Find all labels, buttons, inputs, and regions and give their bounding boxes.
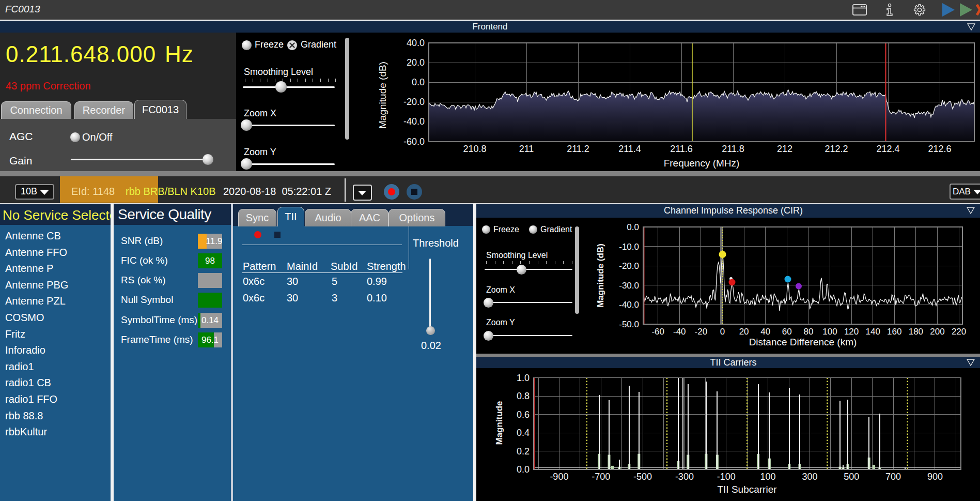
svg-text:500: 500 <box>844 472 859 482</box>
svg-text:212: 212 <box>777 144 792 154</box>
svg-text:180: 180 <box>909 327 923 337</box>
svg-text:-40: -40 <box>673 327 686 337</box>
svg-text:211.4: 211.4 <box>618 144 641 154</box>
svg-text:220: 220 <box>952 327 966 337</box>
svg-text:0.0: 0.0 <box>412 77 425 87</box>
svg-text:-50.0: -50.0 <box>619 320 639 329</box>
svg-text:0.2: 0.2 <box>517 446 530 457</box>
svg-text:-40.0: -40.0 <box>403 116 425 127</box>
svg-text:-60: -60 <box>651 327 664 337</box>
svg-text:120: 120 <box>844 327 859 337</box>
svg-text:0.0: 0.0 <box>627 222 639 232</box>
svg-text:0.8: 0.8 <box>517 391 530 401</box>
svg-text:80: 80 <box>803 327 813 337</box>
svg-text:211: 211 <box>519 144 534 154</box>
svg-text:-700: -700 <box>592 472 610 482</box>
svg-text:100: 100 <box>822 327 837 337</box>
svg-text:160: 160 <box>887 327 901 337</box>
svg-text:-10.0: -10.0 <box>619 242 639 252</box>
svg-text:-40.0: -40.0 <box>619 300 639 310</box>
svg-text:-500: -500 <box>633 472 652 482</box>
svg-text:20: 20 <box>739 327 749 337</box>
svg-text:40: 40 <box>760 327 770 337</box>
svg-text:Frequency (MHz): Frequency (MHz) <box>664 158 740 169</box>
svg-text:140: 140 <box>866 327 880 337</box>
svg-text:TII Subcarrier: TII Subcarrier <box>717 484 777 495</box>
svg-text:211.8: 211.8 <box>722 144 744 154</box>
svg-text:-20: -20 <box>695 327 708 337</box>
svg-text:-60.0: -60.0 <box>403 136 425 147</box>
svg-text:0.4: 0.4 <box>517 428 530 438</box>
svg-text:Magnitude (dB): Magnitude (dB) <box>377 62 388 129</box>
svg-text:0: 0 <box>720 327 725 337</box>
svg-text:200: 200 <box>930 327 944 337</box>
svg-text:60: 60 <box>782 327 792 337</box>
svg-text:700: 700 <box>885 472 901 482</box>
svg-text:-20.0: -20.0 <box>403 97 425 107</box>
svg-text:20.0: 20.0 <box>407 57 425 68</box>
svg-text:40.0: 40.0 <box>407 38 425 48</box>
svg-text:Magnitude (dB): Magnitude (dB) <box>596 244 605 308</box>
svg-text:1.0: 1.0 <box>517 373 530 383</box>
svg-text:210.8: 210.8 <box>463 144 486 154</box>
svg-text:0.6: 0.6 <box>517 409 530 420</box>
svg-text:-20.0: -20.0 <box>619 261 639 271</box>
svg-text:Distance Difference (km): Distance Difference (km) <box>749 337 857 347</box>
svg-text:300: 300 <box>802 472 817 482</box>
svg-text:Magnitude: Magnitude <box>494 401 504 445</box>
svg-text:-30.0: -30.0 <box>619 281 639 291</box>
svg-text:0.0: 0.0 <box>517 464 530 475</box>
svg-text:212.2: 212.2 <box>825 144 848 154</box>
svg-text:211.2: 211.2 <box>567 144 589 154</box>
svg-text:100: 100 <box>760 472 776 482</box>
svg-text:212.6: 212.6 <box>928 144 951 154</box>
svg-text:-100: -100 <box>717 472 736 482</box>
svg-text:900: 900 <box>927 472 943 482</box>
svg-text:-900: -900 <box>550 472 568 482</box>
svg-text:211.6: 211.6 <box>670 144 693 154</box>
svg-text:212.4: 212.4 <box>876 144 899 154</box>
svg-text:-300: -300 <box>675 472 694 482</box>
